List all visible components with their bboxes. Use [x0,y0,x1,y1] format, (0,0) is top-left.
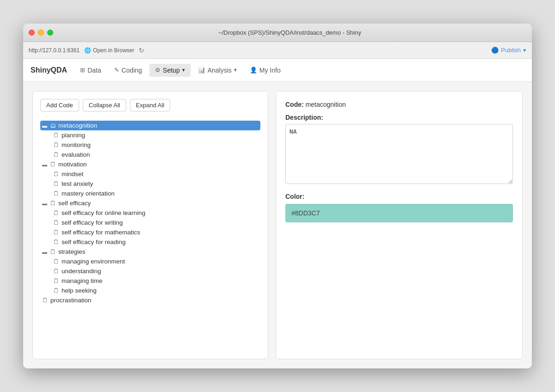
tree-toolbar: Add Code Collapse All Expand All [40,99,260,111]
window-title: ~/Dropbox (SPS)/ShinyQDA/inst/daacs_demo… [53,29,526,36]
tree-item-evaluation[interactable]: 🗒 evaluation [51,150,260,159]
app-brand: ShinyQDA [31,66,67,74]
collapse-icon-metacognition: ▬ [42,123,48,129]
folder-icon-managing-environment: 🗒 [53,258,59,265]
code-tree: ▬ 🗂 metacognition 🗒 planning 🗒 monitorin… [40,121,260,305]
collapse-icon-self-efficacy: ▬ [42,201,48,206]
close-button[interactable] [29,30,35,36]
folder-icon-procrastination: 🗒 [42,297,48,304]
description-label: Description: [285,114,513,121]
tree-item-procrastination[interactable]: 🗒 procrastination [40,295,260,305]
tree-item-strategies[interactable]: ▬ 🗒 strategies [40,247,260,257]
coding-icon: ✎ [114,67,119,74]
folder-icon-mastery-orientation: 🗒 [53,190,59,197]
folder-icon-se-reading: 🗒 [53,239,59,245]
collapse-icon-strategies: ▬ [42,249,48,255]
titlebar: ~/Dropbox (SPS)/ShinyQDA/inst/daacs_demo… [23,24,532,42]
tree-children-self-efficacy: 🗒 self efficacy for online learning 🗒 se… [40,208,260,247]
color-value: #8DD3C7 [291,209,320,217]
tree-item-planning[interactable]: 🗒 planning [51,130,260,140]
tree-item-mindset[interactable]: 🗒 mindset [51,169,260,179]
publish-button[interactable]: 🔵 Publish ▾ [491,47,526,54]
data-icon: ⊞ [80,67,85,74]
nav-myinfo[interactable]: 👤 My Info [244,64,286,77]
tree-children-motivation: 🗒 mindset 🗒 test anxiety 🗒 mastery orien… [40,169,260,198]
tree-children-strategies: 🗒 managing environment 🗒 understanding 🗒… [40,257,260,295]
main-content: Add Code Collapse All Expand All ▬ 🗂 met… [23,82,532,368]
code-details-panel: Code: metacognition Description: NA Colo… [276,91,523,359]
traffic-lights [29,30,53,36]
tree-item-metacognition[interactable]: ▬ 🗂 metacognition [40,121,260,130]
folder-icon-motivation: 🗒 [50,161,56,168]
tree-children-metacognition: 🗒 planning 🗒 monitoring 🗒 evaluation [40,130,260,159]
tree-item-self-efficacy[interactable]: ▬ 🗒 self efficacy [40,198,260,208]
app-window: ~/Dropbox (SPS)/ShinyQDA/inst/daacs_demo… [23,24,532,368]
nav-coding[interactable]: ✎ Coding [109,64,148,77]
folder-icon-se-online: 🗒 [53,209,59,216]
setup-dropdown-icon: ▾ [182,67,185,73]
tree-item-se-reading[interactable]: 🗒 self efficacy for reading [51,237,260,247]
code-value: metacognition [306,101,346,108]
maximize-button[interactable] [47,30,53,36]
folder-icon-metacognition: 🗂 [50,122,56,129]
open-in-browser-button[interactable]: 🌐 Open in Browser [84,47,134,54]
tree-item-managing-time[interactable]: 🗒 managing time [51,276,260,286]
folder-icon-se-writing: 🗒 [53,219,59,226]
refresh-button[interactable]: ↻ [139,47,144,54]
globe-icon: 🌐 [84,47,91,54]
expand-all-button[interactable]: Expand All [130,99,170,111]
folder-icon-help-seeking: 🗒 [53,287,59,294]
tree-item-test-anxiety[interactable]: 🗒 test anxiety [51,179,260,189]
code-display: Code: metacognition [285,101,513,108]
color-label: Color: [285,193,513,200]
folder-icon-understanding: 🗒 [53,268,59,275]
code-tree-panel: Add Code Collapse All Expand All ▬ 🗂 met… [32,91,268,359]
folder-icon-planning: 🗒 [53,132,59,139]
url-display: http://127.0.0.1:6361 [29,47,80,54]
analysis-icon: 📊 [198,67,205,74]
tree-item-mastery-orientation[interactable]: 🗒 mastery orientation [51,189,260,198]
code-prefix: Code: [285,101,306,108]
folder-icon-mindset: 🗒 [53,171,59,178]
tree-item-se-writing[interactable]: 🗒 self efficacy for writing [51,218,260,227]
folder-icon-strategies: 🗒 [50,248,56,255]
description-textarea[interactable]: NA [285,124,513,184]
collapse-icon-motivation: ▬ [42,162,48,167]
myinfo-icon: 👤 [250,67,257,74]
folder-icon-managing-time: 🗒 [53,277,59,284]
tree-item-monitoring[interactable]: 🗒 monitoring [51,140,260,150]
tree-item-managing-environment[interactable]: 🗒 managing environment [51,257,260,266]
nav-data[interactable]: ⊞ Data [74,64,107,77]
color-box[interactable]: #8DD3C7 [285,204,513,222]
nav-analysis[interactable]: 📊 Analysis ▾ [192,64,242,77]
tree-item-motivation[interactable]: ▬ 🗒 motivation [40,159,260,169]
add-code-button[interactable]: Add Code [40,99,79,111]
minimize-button[interactable] [38,30,44,36]
publish-dropdown-icon: ▾ [523,47,526,54]
publish-icon: 🔵 [491,47,499,54]
folder-icon-evaluation: 🗒 [53,151,59,158]
collapse-all-button[interactable]: Collapse All [83,99,126,111]
tree-item-se-mathematics[interactable]: 🗒 self efficacy for mathematics [51,227,260,237]
folder-icon-se-mathematics: 🗒 [53,229,59,236]
tree-item-help-seeking[interactable]: 🗒 help seeking [51,286,260,295]
nav-setup[interactable]: ⚙ Setup ▾ [149,64,191,77]
tree-item-se-online[interactable]: 🗒 self efficacy for online learning [51,208,260,218]
folder-icon-monitoring: 🗒 [53,141,59,148]
tree-item-understanding[interactable]: 🗒 understanding [51,266,260,276]
navbar: ShinyQDA ⊞ Data ✎ Coding ⚙ Setup ▾ 📊 Ana… [23,59,532,82]
folder-icon-test-anxiety: 🗒 [53,180,59,187]
addressbar: http://127.0.0.1:6361 🌐 Open in Browser … [23,42,532,59]
folder-icon-self-efficacy: 🗒 [50,200,56,207]
setup-icon: ⚙ [155,67,160,74]
analysis-dropdown-icon: ▾ [234,67,237,73]
